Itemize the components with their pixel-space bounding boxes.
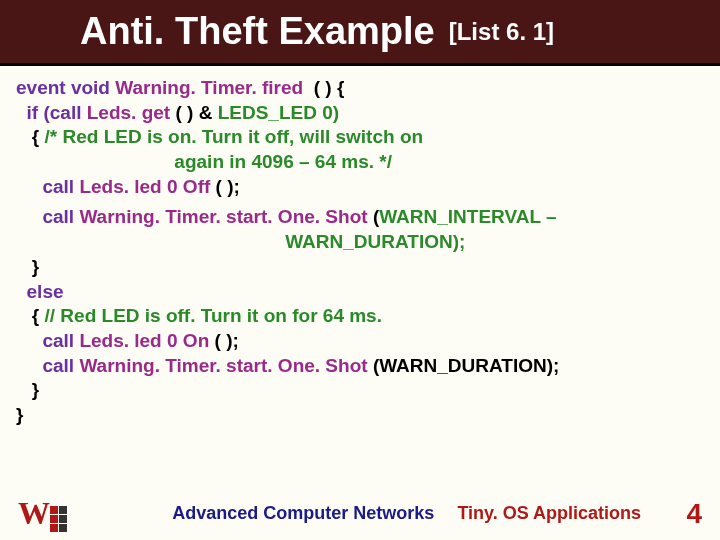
logo-letter: W — [18, 495, 47, 532]
logo-squares — [50, 506, 67, 532]
code-line: again in 4096 – 64 ms. */ — [16, 150, 704, 175]
code-line: call Leds. led 0 Off ( ); — [16, 175, 704, 200]
title-bar: Anti. Theft Example [List 6. 1] — [0, 0, 720, 66]
code-line: event void Warning. Timer. fired ( ) { — [16, 76, 704, 101]
code-line: call Warning. Timer. start. One. Shot (W… — [16, 354, 704, 379]
slide-title: Anti. Theft Example — [80, 10, 435, 53]
code-line: call Warning. Timer. start. One. Shot (W… — [16, 205, 704, 230]
wpi-logo: W — [18, 495, 67, 532]
code-line: else — [16, 280, 704, 305]
course-name: Advanced Computer Networks — [172, 503, 434, 523]
page-number: 4 — [686, 498, 702, 530]
footer: W Advanced Computer Networks Tiny. OS Ap… — [0, 495, 720, 532]
slide-subtitle: [List 6. 1] — [449, 18, 554, 46]
code-line: WARN_DURATION); — [16, 230, 704, 255]
code-line: call Leds. led 0 On ( ); — [16, 329, 704, 354]
code-line: { // Red LED is off. Turn it on for 64 m… — [16, 304, 704, 329]
code-line: } — [16, 378, 704, 403]
code-line: if (call Leds. get ( ) & LEDS_LED 0) — [16, 101, 704, 126]
code-block: event void Warning. Timer. fired ( ) { i… — [0, 66, 720, 428]
code-line: } — [16, 403, 704, 428]
topic-name: Tiny. OS Applications — [457, 503, 641, 523]
code-line: { /* Red LED is on. Turn it off, will sw… — [16, 125, 704, 150]
footer-text: Advanced Computer Networks Tiny. OS Appl… — [127, 503, 686, 524]
code-line: } — [16, 255, 704, 280]
